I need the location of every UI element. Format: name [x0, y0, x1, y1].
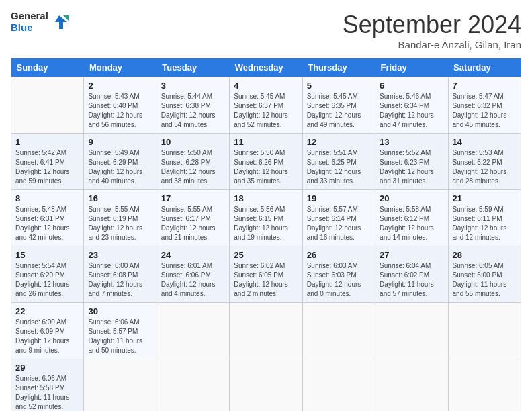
table-row: 24Sunrise: 6:01 AMSunset: 6:06 PMDayligh… — [157, 246, 229, 303]
calendar-week-row: 1Sunrise: 5:42 AMSunset: 6:41 PMDaylight… — [11, 134, 521, 190]
day-number: 10 — [161, 137, 225, 147]
day-info: Sunrise: 5:57 AMSunset: 6:14 PMDaylight:… — [307, 205, 371, 242]
logo-bird-icon — [50, 13, 69, 32]
table-row: 26Sunrise: 6:03 AMSunset: 6:03 PMDayligh… — [302, 246, 375, 303]
day-number: 4 — [234, 81, 298, 91]
table-row: 20Sunrise: 5:58 AMSunset: 6:12 PMDayligh… — [375, 190, 448, 246]
day-info: Sunrise: 5:48 AMSunset: 6:31 PMDaylight:… — [15, 205, 79, 242]
day-info: Sunrise: 5:49 AMSunset: 6:29 PMDaylight:… — [88, 148, 152, 186]
col-friday: Friday — [375, 58, 448, 77]
title-area: September 2024 Bandar-e Anzali, Gilan, I… — [343, 11, 521, 50]
table-row: 16Sunrise: 5:55 AMSunset: 6:19 PMDayligh… — [84, 190, 157, 246]
table-row: 11Sunrise: 5:50 AMSunset: 6:26 PMDayligh… — [230, 134, 302, 190]
table-row: 21Sunrise: 5:59 AMSunset: 6:11 PMDayligh… — [448, 190, 521, 246]
calendar-table: Sunday Monday Tuesday Wednesday Thursday… — [11, 58, 521, 411]
day-info: Sunrise: 6:02 AMSunset: 6:05 PMDaylight:… — [234, 261, 298, 299]
day-number: 25 — [234, 250, 298, 260]
col-monday: Monday — [84, 58, 157, 77]
table-row: 7Sunrise: 5:47 AMSunset: 6:32 PMDaylight… — [448, 77, 521, 134]
day-number: 12 — [307, 137, 371, 147]
day-number: 27 — [380, 250, 443, 260]
calendar-week-row: 8Sunrise: 5:48 AMSunset: 6:31 PMDaylight… — [11, 190, 521, 246]
table-row — [84, 359, 157, 412]
table-row: 14Sunrise: 5:53 AMSunset: 6:22 PMDayligh… — [448, 134, 521, 190]
day-info: Sunrise: 6:04 AMSunset: 6:02 PMDaylight:… — [380, 261, 443, 299]
calendar-week-row: 15Sunrise: 5:54 AMSunset: 6:20 PMDayligh… — [11, 246, 521, 303]
table-row — [157, 303, 229, 359]
table-row: 27Sunrise: 6:04 AMSunset: 6:02 PMDayligh… — [375, 246, 448, 303]
day-number: 17 — [161, 193, 225, 203]
col-thursday: Thursday — [302, 58, 375, 77]
day-number: 18 — [234, 193, 298, 203]
table-row — [230, 303, 302, 359]
col-saturday: Saturday — [448, 58, 521, 77]
table-row: 23Sunrise: 6:00 AMSunset: 6:08 PMDayligh… — [84, 246, 157, 303]
day-info: Sunrise: 5:43 AMSunset: 6:40 PMDaylight:… — [88, 92, 152, 130]
table-row: 25Sunrise: 6:02 AMSunset: 6:05 PMDayligh… — [230, 246, 302, 303]
col-wednesday: Wednesday — [230, 58, 302, 77]
day-number: 5 — [307, 81, 371, 91]
day-number: 15 — [15, 250, 79, 260]
day-number: 26 — [307, 250, 371, 260]
day-info: Sunrise: 5:50 AMSunset: 6:28 PMDaylight:… — [161, 148, 225, 186]
table-row: 6Sunrise: 5:46 AMSunset: 6:34 PMDaylight… — [375, 77, 448, 134]
table-row — [302, 359, 375, 412]
day-number: 23 — [88, 250, 152, 260]
day-number: 22 — [15, 306, 79, 316]
table-row: 17Sunrise: 5:55 AMSunset: 6:17 PMDayligh… — [157, 190, 229, 246]
table-row: 15Sunrise: 5:54 AMSunset: 6:20 PMDayligh… — [11, 246, 84, 303]
col-tuesday: Tuesday — [157, 58, 229, 77]
day-number: 30 — [88, 306, 152, 316]
logo: General Blue — [11, 11, 69, 33]
table-row: 4Sunrise: 5:45 AMSunset: 6:37 PMDaylight… — [230, 77, 302, 134]
calendar-body: 2Sunrise: 5:43 AMSunset: 6:40 PMDaylight… — [11, 77, 521, 412]
calendar-title: September 2024 — [343, 11, 521, 39]
day-number: 24 — [161, 250, 225, 260]
day-info: Sunrise: 5:56 AMSunset: 6:15 PMDaylight:… — [234, 205, 298, 242]
table-row — [302, 303, 375, 359]
day-number: 2 — [88, 81, 152, 91]
table-row: 10Sunrise: 5:50 AMSunset: 6:28 PMDayligh… — [157, 134, 229, 190]
table-row — [375, 303, 448, 359]
table-row: 19Sunrise: 5:57 AMSunset: 6:14 PMDayligh… — [302, 190, 375, 246]
table-row: 18Sunrise: 5:56 AMSunset: 6:15 PMDayligh… — [230, 190, 302, 246]
table-row — [448, 359, 521, 412]
table-row: 13Sunrise: 5:52 AMSunset: 6:23 PMDayligh… — [375, 134, 448, 190]
day-number: 19 — [307, 193, 371, 203]
table-row: 3Sunrise: 5:44 AMSunset: 6:38 PMDaylight… — [157, 77, 229, 134]
day-info: Sunrise: 5:45 AMSunset: 6:37 PMDaylight:… — [234, 92, 298, 130]
day-number: 13 — [380, 137, 443, 147]
table-row — [157, 359, 229, 412]
day-info: Sunrise: 5:50 AMSunset: 6:26 PMDaylight:… — [234, 148, 298, 186]
table-row: 9Sunrise: 5:49 AMSunset: 6:29 PMDaylight… — [84, 134, 157, 190]
day-info: Sunrise: 6:00 AMSunset: 6:09 PMDaylight:… — [15, 318, 79, 355]
day-info: Sunrise: 5:54 AMSunset: 6:20 PMDaylight:… — [15, 261, 79, 299]
day-number: 1 — [15, 137, 79, 147]
day-info: Sunrise: 5:52 AMSunset: 6:23 PMDaylight:… — [380, 148, 443, 186]
day-info: Sunrise: 5:55 AMSunset: 6:17 PMDaylight:… — [161, 205, 225, 242]
day-info: Sunrise: 5:44 AMSunset: 6:38 PMDaylight:… — [161, 92, 225, 130]
day-info: Sunrise: 6:06 AMSunset: 5:57 PMDaylight:… — [88, 318, 152, 355]
day-number: 7 — [453, 81, 517, 91]
calendar-week-row: 22Sunrise: 6:00 AMSunset: 6:09 PMDayligh… — [11, 303, 521, 359]
header-row: Sunday Monday Tuesday Wednesday Thursday… — [11, 58, 521, 77]
day-number: 29 — [15, 363, 79, 373]
table-row: 1Sunrise: 5:42 AMSunset: 6:41 PMDaylight… — [11, 134, 84, 190]
day-number: 9 — [88, 137, 152, 147]
table-row: 30Sunrise: 6:06 AMSunset: 5:57 PMDayligh… — [84, 303, 157, 359]
day-info: Sunrise: 6:00 AMSunset: 6:08 PMDaylight:… — [88, 261, 152, 299]
calendar-subtitle: Bandar-e Anzali, Gilan, Iran — [343, 39, 521, 50]
table-row: 8Sunrise: 5:48 AMSunset: 6:31 PMDaylight… — [11, 190, 84, 246]
calendar-week-row: 2Sunrise: 5:43 AMSunset: 6:40 PMDaylight… — [11, 77, 521, 134]
table-row — [230, 359, 302, 412]
day-number: 28 — [453, 250, 517, 260]
day-info: Sunrise: 5:59 AMSunset: 6:11 PMDaylight:… — [453, 205, 517, 242]
calendar-header: Sunday Monday Tuesday Wednesday Thursday… — [11, 58, 521, 77]
day-info: Sunrise: 5:51 AMSunset: 6:25 PMDaylight:… — [307, 148, 371, 186]
day-info: Sunrise: 5:46 AMSunset: 6:34 PMDaylight:… — [380, 92, 443, 130]
table-row: 28Sunrise: 6:05 AMSunset: 6:00 PMDayligh… — [448, 246, 521, 303]
day-number: 16 — [88, 193, 152, 203]
table-row: 12Sunrise: 5:51 AMSunset: 6:25 PMDayligh… — [302, 134, 375, 190]
day-number: 21 — [453, 193, 517, 203]
day-number: 11 — [234, 137, 298, 147]
